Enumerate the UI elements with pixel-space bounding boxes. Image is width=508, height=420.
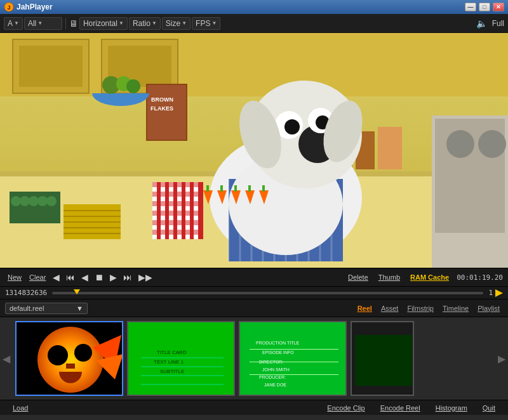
prev-button[interactable]: ⏮: [64, 272, 77, 282]
tab-filmstrip[interactable]: Filmstrip: [404, 303, 437, 314]
volume-icon[interactable]: 🔈: [476, 18, 487, 29]
marker-number: 1: [488, 289, 493, 297]
a-dropdown[interactable]: A ▼: [4, 17, 23, 30]
reel-dropdown[interactable]: default.reel ▼: [5, 303, 88, 314]
next-button[interactable]: ⏭: [121, 272, 134, 282]
thumb-2[interactable]: [127, 321, 235, 396]
size-dropdown-arrow: ▼: [182, 20, 187, 26]
ram-cache-button[interactable]: RAM Cache: [408, 273, 451, 282]
prev-slow-button[interactable]: ◀: [51, 272, 62, 282]
ratio-dropdown-arrow: ▼: [152, 20, 157, 26]
step-forward-button[interactable]: ▶: [108, 272, 119, 282]
close-button[interactable]: ✕: [493, 3, 504, 11]
size-dropdown[interactable]: Size ▼: [162, 17, 190, 30]
bottom-bar: Load Encode Clip Encode Reel Histogram Q…: [0, 400, 508, 415]
quit-button[interactable]: Quit: [475, 403, 503, 413]
toolbar-sep1: [65, 18, 66, 29]
full-button[interactable]: Full: [492, 19, 504, 28]
scroll-left-arrow[interactable]: ◀: [3, 353, 10, 365]
stop-button[interactable]: ⏹: [93, 272, 105, 282]
maximize-button[interactable]: □: [479, 3, 490, 11]
thumbs-area: ◀ ▶: [0, 317, 508, 400]
controls-right: Delete Thumb RAM Cache 00:01:19.20: [345, 273, 503, 282]
tab-asset[interactable]: Asset: [378, 303, 402, 314]
fps-dropdown-arrow: ▼: [211, 20, 217, 26]
tab-reel[interactable]: Reel: [354, 303, 375, 314]
thumb1-canvas: [17, 322, 123, 396]
tab-playlist[interactable]: Playlist: [474, 303, 503, 314]
app-icon: J: [4, 2, 14, 12]
controls-bar: New Clear ◀ ⏮ ◀ ⏹ ▶ ⏭ ▶▶ Delete Thumb RA…: [0, 268, 508, 287]
horizontal-dropdown[interactable]: Horizontal ▼: [79, 17, 128, 30]
clear-button[interactable]: Clear: [27, 273, 48, 282]
thumb-1[interactable]: [15, 321, 123, 396]
reel-bar: default.reel ▼ Reel Asset Filmstrip Time…: [0, 299, 508, 317]
ratio-dropdown[interactable]: Ratio ▼: [129, 17, 161, 30]
frame-number: 1314832636: [5, 289, 47, 297]
marker-triangle-icon: [495, 289, 503, 297]
all-dropdown-arrow: ▼: [37, 20, 43, 26]
reel-tabs: Reel Asset Filmstrip Timeline Playlist: [354, 303, 503, 314]
thumb4-canvas: [352, 322, 414, 396]
thumb-button[interactable]: Thumb: [376, 273, 403, 282]
timecode-display: 00:01:19.20: [457, 273, 503, 282]
timeline-bar: 1314832636 1: [0, 287, 508, 299]
step-back-button[interactable]: ◀: [79, 272, 90, 282]
thumb2-canvas: [128, 322, 235, 396]
screen-icon: 🖥: [69, 18, 78, 29]
svg-marker-2: [495, 289, 503, 297]
title-bar: J JahPlayer — □ ✕: [0, 0, 508, 14]
reel-dropdown-arrow: ▼: [76, 305, 83, 312]
fps-dropdown[interactable]: FPS ▼: [192, 17, 220, 30]
tab-timeline[interactable]: Timeline: [439, 303, 472, 314]
next-fast-button[interactable]: ▶▶: [137, 272, 154, 282]
a-dropdown-arrow: ▼: [14, 20, 19, 26]
video-area: [0, 33, 508, 268]
toolbar: A ▼ All ▼ 🖥 Horizontal ▼ Ratio ▼ Size ▼ …: [0, 14, 508, 33]
scroll-right-arrow[interactable]: ▶: [498, 353, 505, 365]
horizontal-dropdown-arrow: ▼: [119, 20, 124, 26]
video-canvas: [0, 33, 508, 268]
timeline-marker: [74, 289, 80, 294]
toolbar-right: 🔈 Full: [476, 18, 504, 29]
thumb-3[interactable]: [239, 321, 347, 396]
minimize-button[interactable]: —: [465, 3, 476, 11]
all-dropdown[interactable]: All ▼: [24, 17, 62, 30]
app-title: JahPlayer: [17, 3, 462, 11]
load-button[interactable]: Load: [5, 403, 36, 413]
delete-button[interactable]: Delete: [345, 273, 371, 282]
new-button[interactable]: New: [5, 273, 24, 282]
reel-name: default.reel: [10, 305, 44, 312]
encode-reel-button[interactable]: Encode Reel: [373, 403, 428, 413]
encode-clip-button[interactable]: Encode Clip: [319, 403, 372, 413]
svg-text:J: J: [7, 4, 10, 11]
histogram-button[interactable]: Histogram: [428, 403, 475, 413]
thumb3-canvas: [240, 322, 347, 396]
thumb-4[interactable]: [351, 321, 414, 396]
timeline-track[interactable]: [52, 292, 483, 294]
